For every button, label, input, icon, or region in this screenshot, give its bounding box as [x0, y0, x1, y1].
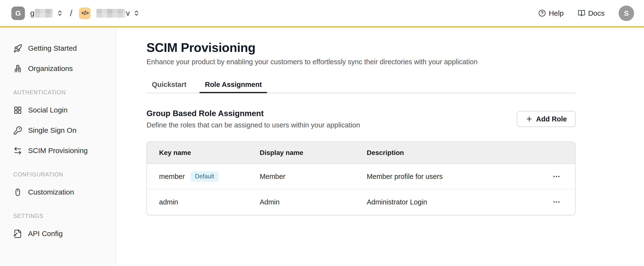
sidebar: Getting Started Organizations AUTHENTICA… — [0, 27, 116, 265]
section-description: Define the roles that can be assigned to… — [146, 120, 360, 130]
chevrons-up-down-icon — [133, 10, 140, 16]
section-heading: Group Based Role Assignment — [146, 108, 360, 119]
column-header-key-name: Key name — [147, 142, 248, 164]
more-options-icon — [552, 198, 560, 206]
sidebar-item-label: Social Login — [28, 106, 68, 114]
help-button[interactable]: Help — [538, 9, 564, 17]
book-open-icon — [578, 9, 585, 17]
sidebar-item-label: Single Sign On — [28, 126, 76, 134]
user-avatar-letter: S — [624, 9, 629, 17]
sidebar-item-label: SCIM Provisioning — [28, 146, 88, 155]
role-description: Member profile for users — [355, 164, 523, 189]
sidebar-item-api-config[interactable]: API Config — [0, 224, 116, 244]
topbar-actions: Help Docs S — [538, 5, 634, 21]
column-header-display-name: Display name — [248, 142, 355, 164]
rocket-icon — [13, 44, 22, 53]
project-code-icon: </> — [79, 7, 91, 19]
breadcrumb-separator: / — [70, 8, 72, 18]
table-row: admin Admin Administrator Login — [147, 189, 575, 215]
docs-label: Docs — [588, 9, 604, 17]
column-header-description: Description — [355, 142, 523, 164]
role-display-name: Member — [248, 164, 355, 189]
more-options-icon — [552, 172, 560, 181]
sidebar-section-configuration: CONFIGURATION — [0, 167, 116, 182]
scim-provisioning-page: { "colors": { "accent_bar": "#eaaa08", "… — [0, 0, 644, 266]
role-key-name: member — [159, 173, 185, 180]
org-avatar: G — [11, 6, 25, 20]
sidebar-item-scim-provisioning[interactable]: SCIM Provisioning — [0, 140, 116, 161]
project-name-redacted — [96, 9, 126, 18]
building-icon — [13, 64, 22, 73]
org-name-prefix: g — [30, 9, 34, 18]
arrows-swap-icon — [13, 146, 22, 155]
org-avatar-letter: G — [15, 9, 21, 17]
project-name-suffix: v — [126, 9, 130, 18]
tab-bar: Quickstart Role Assignment — [146, 76, 576, 93]
add-role-label: Add Role — [536, 115, 567, 123]
chevrons-up-down-icon — [56, 10, 63, 16]
row-actions-button[interactable] — [551, 171, 562, 182]
role-description: Administrator Login — [355, 189, 523, 215]
help-icon — [538, 9, 546, 17]
org-name-redacted — [35, 9, 53, 18]
sidebar-item-social-login[interactable]: Social Login — [0, 100, 116, 120]
breadcrumb: G g / </> v — [11, 6, 140, 20]
page-subtitle: Enhance your product by enabling your cu… — [146, 57, 576, 67]
row-actions-button[interactable] — [551, 196, 562, 208]
sidebar-item-label: API Config — [28, 230, 62, 238]
plus-icon — [526, 115, 533, 123]
project-switcher[interactable]: v — [96, 9, 140, 18]
sidebar-section-settings: SETTINGS — [0, 209, 116, 224]
mouse-icon — [13, 188, 22, 197]
page-title: SCIM Provisioning — [146, 40, 576, 55]
sidebar-item-organizations[interactable]: Organizations — [0, 58, 116, 79]
file-key-icon — [13, 229, 22, 238]
sidebar-item-single-sign-on[interactable]: Single Sign On — [0, 120, 116, 140]
section-header-row: Group Based Role Assignment Define the r… — [146, 106, 576, 132]
add-role-button[interactable]: Add Role — [517, 111, 576, 127]
roles-table: Key name Display name Description member… — [146, 141, 576, 215]
topbar: G g / </> v — [0, 0, 644, 27]
key-icon — [13, 126, 22, 135]
sidebar-item-label: Organizations — [28, 64, 73, 73]
sidebar-section-authentication: AUTHENTICATION — [0, 85, 116, 100]
sidebar-item-label: Customization — [28, 188, 74, 196]
role-display-name: Admin — [248, 189, 355, 215]
table-header-row: Key name Display name Description — [147, 142, 575, 164]
tab-quickstart[interactable]: Quickstart — [146, 76, 192, 93]
role-key-name: admin — [147, 189, 248, 215]
sidebar-item-getting-started[interactable]: Getting Started — [0, 38, 116, 58]
help-label: Help — [549, 9, 564, 17]
org-switcher[interactable]: g — [30, 9, 63, 18]
sidebar-item-label: Getting Started — [28, 44, 77, 52]
user-avatar[interactable]: S — [618, 5, 634, 21]
grid-icon — [13, 106, 22, 115]
table-row: memberDefault Member Member profile for … — [147, 164, 575, 189]
sidebar-item-customization[interactable]: Customization — [0, 182, 116, 202]
column-header-actions — [523, 142, 575, 164]
main-content: SCIM Provisioning Enhance your product b… — [116, 27, 644, 265]
tab-role-assignment[interactable]: Role Assignment — [200, 76, 267, 93]
docs-button[interactable]: Docs — [578, 9, 604, 17]
default-badge: Default — [190, 171, 218, 182]
